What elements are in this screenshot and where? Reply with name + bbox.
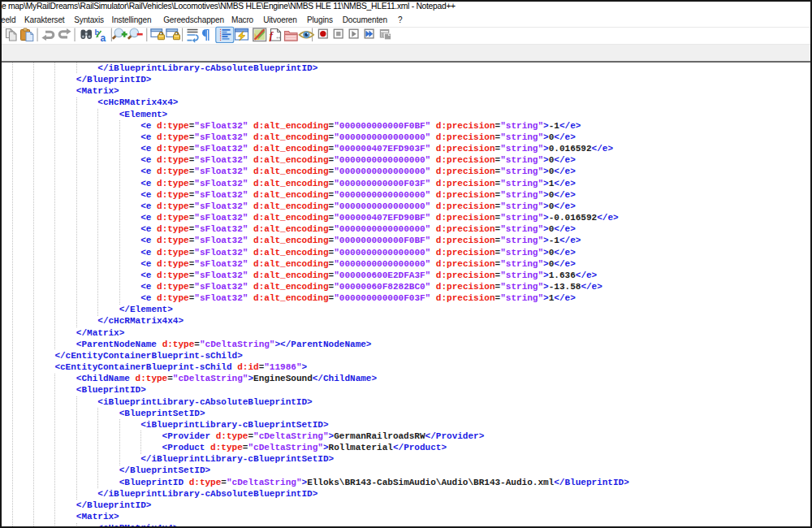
svg-text:a: a xyxy=(101,32,106,44)
